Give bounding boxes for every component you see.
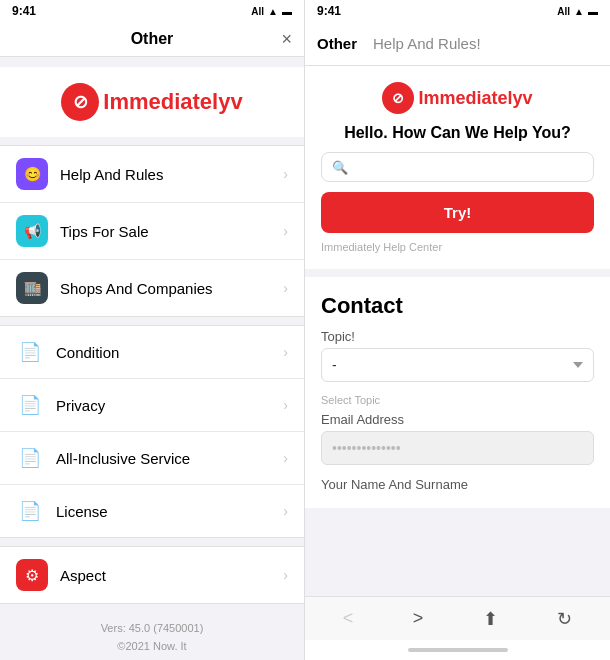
right-wifi-icon: ▲ — [574, 6, 584, 17]
license-icon: 📄 — [16, 497, 44, 525]
left-status-icons: All ▲ ▬ — [251, 6, 292, 17]
menu-item-aspect[interactable]: ⚙ Aspect › — [0, 547, 304, 603]
left-logo: ⊘ Immediatelyv — [61, 83, 242, 121]
select-placeholder: Select Topic — [321, 394, 594, 406]
right-logo-icon: ⊘ — [382, 82, 414, 114]
right-status-icons: All ▲ ▬ — [557, 6, 598, 17]
arrow-privacy: › — [283, 397, 288, 413]
help-center-card: ⊘ Immediatelyv Hello. How Can We Help Yo… — [305, 66, 610, 269]
close-button[interactable]: × — [281, 29, 292, 50]
menu-label-help-rules: Help And Rules — [60, 166, 283, 183]
version-line1: Vers: 45.0 (7450001) — [8, 620, 296, 638]
menu-item-all-inclusive[interactable]: 📄 All-Inclusive Service › — [0, 432, 304, 485]
contact-title: Contact — [321, 293, 594, 319]
menu-section-1: 😊 Help And Rules › 📢 Tips For Sale › 🏬 S… — [0, 145, 304, 317]
menu-label-shops: Shops And Companies — [60, 280, 283, 297]
menu-item-privacy[interactable]: 📄 Privacy › — [0, 379, 304, 432]
left-status-bar: 9:41 All ▲ ▬ — [0, 0, 304, 22]
menu-item-help-rules[interactable]: 😊 Help And Rules › — [0, 146, 304, 203]
right-battery-icon: ▬ — [588, 6, 598, 17]
menu-section-2: 📄 Condition › 📄 Privacy › 📄 All-Inclusiv… — [0, 325, 304, 538]
left-signal: All — [251, 6, 264, 17]
arrow-tips-sale: › — [283, 223, 288, 239]
right-signal: All — [557, 6, 570, 17]
shops-icon: 🏬 — [16, 272, 48, 304]
help-center-label: Immediately Help Center — [321, 241, 442, 253]
all-inclusive-icon: 📄 — [16, 444, 44, 472]
menu-item-shops[interactable]: 🏬 Shops And Companies › — [0, 260, 304, 316]
tab-other[interactable]: Other — [317, 35, 357, 52]
privacy-icon: 📄 — [16, 391, 44, 419]
bottom-nav: < > ⬆ ↻ — [305, 596, 610, 640]
help-title: Hello. How Can We Help You? — [344, 124, 571, 142]
arrow-condition: › — [283, 344, 288, 360]
search-bar[interactable]: 🔍 — [321, 152, 594, 182]
menu-label-aspect: Aspect — [60, 567, 283, 584]
email-input[interactable] — [321, 431, 594, 465]
left-wifi-icon: ▲ — [268, 6, 278, 17]
right-header: Other Help And Rules! — [305, 22, 610, 66]
version-info: Vers: 45.0 (7450001) ©2021 Now. It — [0, 612, 304, 660]
left-battery-icon: ▬ — [282, 6, 292, 17]
menu-item-tips-sale[interactable]: 📢 Tips For Sale › — [0, 203, 304, 260]
right-logo: ⊘ Immediatelyv — [382, 82, 532, 114]
try-button[interactable]: Try! — [321, 192, 594, 233]
home-bar — [408, 648, 508, 652]
right-content: ⊘ Immediatelyv Hello. How Can We Help Yo… — [305, 66, 610, 596]
tips-sale-icon: 📢 — [16, 215, 48, 247]
right-time: 9:41 — [317, 4, 341, 18]
email-label: Email Address — [321, 412, 594, 427]
menu-label-all-inclusive: All-Inclusive Service — [56, 450, 283, 467]
menu-label-license: License — [56, 503, 283, 520]
nav-back-button[interactable]: < — [331, 602, 366, 635]
arrow-shops: › — [283, 280, 288, 296]
home-indicator — [305, 640, 610, 660]
aspect-icon: ⚙ — [16, 559, 48, 591]
search-input[interactable] — [354, 159, 583, 175]
name-label: Your Name And Surname — [321, 477, 594, 492]
menu-label-condition: Condition — [56, 344, 283, 361]
left-time: 9:41 — [12, 4, 36, 18]
left-logo-text: Immediatelyv — [103, 89, 242, 115]
nav-refresh-button[interactable]: ↻ — [545, 602, 584, 636]
right-status-bar: 9:41 All ▲ ▬ — [305, 0, 610, 22]
left-title: Other — [131, 30, 174, 48]
left-logo-icon: ⊘ — [61, 83, 99, 121]
aspect-section: ⚙ Aspect › — [0, 546, 304, 604]
left-header: Other × — [0, 22, 304, 57]
version-line2: ©2021 Now. It — [8, 638, 296, 656]
help-rules-icon: 😊 — [16, 158, 48, 190]
topic-label: Topic! — [321, 329, 594, 344]
right-panel: 9:41 All ▲ ▬ Other Help And Rules! ⊘ Imm… — [305, 0, 610, 660]
tab-help-rules[interactable]: Help And Rules! — [373, 35, 481, 52]
arrow-help-rules: › — [283, 166, 288, 182]
contact-section: Contact Topic! - Select Topic Email Addr… — [305, 277, 610, 508]
condition-icon: 📄 — [16, 338, 44, 366]
arrow-license: › — [283, 503, 288, 519]
arrow-all-inclusive: › — [283, 450, 288, 466]
menu-label-tips-sale: Tips For Sale — [60, 223, 283, 240]
nav-forward-button[interactable]: > — [401, 602, 436, 635]
topic-select[interactable]: - — [321, 348, 594, 382]
search-icon: 🔍 — [332, 160, 348, 175]
right-logo-text: Immediatelyv — [418, 88, 532, 109]
left-logo-section: ⊘ Immediatelyv — [0, 67, 304, 137]
nav-share-button[interactable]: ⬆ — [471, 602, 510, 636]
menu-item-condition[interactable]: 📄 Condition › — [0, 326, 304, 379]
left-panel: 9:41 All ▲ ▬ Other × ⊘ Immediatelyv 😊 He… — [0, 0, 305, 660]
arrow-aspect: › — [283, 567, 288, 583]
menu-label-privacy: Privacy — [56, 397, 283, 414]
menu-item-license[interactable]: 📄 License › — [0, 485, 304, 537]
